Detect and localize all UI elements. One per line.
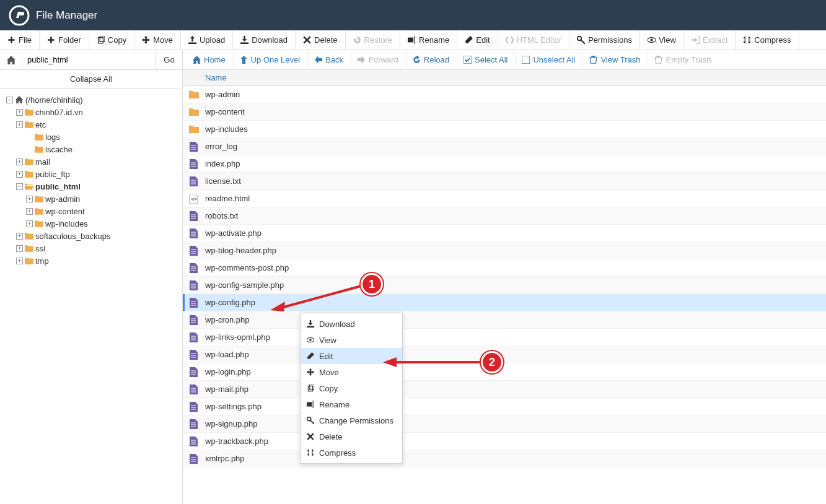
- tree-label: chinh07.id.vn: [35, 108, 83, 117]
- tree-item[interactable]: −public_html: [6, 180, 180, 193]
- tree-toggle[interactable]: +: [16, 171, 23, 178]
- copy-button[interactable]: Copy: [89, 30, 134, 50]
- file-row[interactable]: wp-config.php: [183, 294, 826, 311]
- file-row[interactable]: error_log: [183, 138, 826, 155]
- file-row[interactable]: license.txt: [183, 173, 826, 190]
- file-row[interactable]: wp-signup.php: [183, 415, 826, 433]
- path-input[interactable]: [22, 50, 156, 69]
- ctx-rename[interactable]: Rename: [301, 396, 402, 412]
- ctx-delete[interactable]: Delete: [301, 428, 402, 445]
- view-button[interactable]: View: [640, 30, 684, 50]
- tree-toggle[interactable]: +: [26, 208, 33, 215]
- download-button[interactable]: Download: [233, 30, 296, 50]
- ctx-view[interactable]: View: [301, 332, 402, 348]
- tree-item[interactable]: −(/home/chinhiiq): [6, 93, 180, 106]
- file-row[interactable]: xmlrpc.php: [183, 450, 826, 467]
- file-row[interactable]: wp-settings.php: [183, 398, 826, 415]
- file-row[interactable]: wp-activate.php: [183, 225, 826, 242]
- location-home-button[interactable]: [0, 50, 22, 69]
- upload-button[interactable]: Upload: [181, 30, 233, 50]
- selectall-button[interactable]: Select All: [457, 50, 514, 69]
- tree-item[interactable]: logs: [6, 131, 180, 143]
- home-button[interactable]: Home: [187, 50, 232, 69]
- viewtrash-button[interactable]: View Trash: [582, 50, 646, 69]
- tree-toggle[interactable]: +: [16, 245, 23, 252]
- tree-item[interactable]: +public_ftp: [6, 168, 180, 180]
- htmleditor-button: HTML Editor: [498, 30, 569, 50]
- tree-item[interactable]: lscache: [6, 143, 180, 155]
- ctx-download[interactable]: Download: [301, 316, 402, 332]
- ctx-compress[interactable]: Compress: [301, 445, 402, 461]
- tree-item[interactable]: +wp-admin: [6, 193, 180, 205]
- file-row[interactable]: wp-login.php: [183, 363, 826, 381]
- tree-item[interactable]: +softaculous_backups: [6, 230, 180, 242]
- tree-toggle: [26, 134, 33, 141]
- tree-item[interactable]: +wp-includes: [6, 217, 180, 230]
- file-row[interactable]: wp-cron.php: [183, 311, 826, 329]
- tb-label: Copy: [108, 35, 126, 45]
- file-icon: [189, 142, 199, 152]
- file-row[interactable]: wp-includes: [183, 121, 826, 138]
- name-column-header[interactable]: Name: [205, 73, 227, 82]
- file-name: robots.txt: [205, 211, 238, 220]
- context-menu: DownloadViewEditMoveCopyRenameChange Per…: [300, 313, 403, 464]
- permissions-button[interactable]: Permissions: [569, 30, 640, 50]
- unselectall-button[interactable]: Unselect All: [515, 50, 581, 69]
- file-row[interactable]: index.php: [183, 155, 826, 173]
- tree-toggle[interactable]: −: [16, 183, 23, 190]
- tree-toggle[interactable]: +: [16, 233, 23, 240]
- tree-item[interactable]: +tmp: [6, 254, 180, 267]
- collapse-all-button[interactable]: Collapse All: [0, 70, 182, 89]
- header: File Manager: [0, 0, 826, 30]
- ctx-change-permissions[interactable]: Change Permissions: [301, 412, 402, 428]
- go-button[interactable]: Go: [156, 50, 182, 69]
- content-pane: HomeUp One LevelBackForwardReloadSelect …: [183, 50, 826, 504]
- compress-button[interactable]: Compress: [736, 30, 799, 50]
- up-button[interactable]: Up One Level: [233, 50, 307, 69]
- tree-item[interactable]: +ssl: [6, 242, 180, 254]
- file-row[interactable]: wp-blog-header.php: [183, 242, 826, 259]
- ctx-copy[interactable]: Copy: [301, 380, 402, 396]
- tree-label: wp-content: [45, 207, 85, 216]
- ctx-move[interactable]: Move: [301, 364, 402, 380]
- tree-toggle[interactable]: +: [16, 121, 23, 128]
- file-icon: [189, 298, 199, 308]
- rename-button[interactable]: Rename: [400, 30, 457, 50]
- back-button[interactable]: Back: [307, 50, 349, 69]
- file-row[interactable]: wp-links-opml.php: [183, 329, 826, 346]
- tree-toggle[interactable]: +: [16, 258, 23, 264]
- file-row[interactable]: wp-load.php: [183, 346, 826, 363]
- tb-label: Permissions: [588, 35, 632, 45]
- file-row[interactable]: readme.html: [183, 190, 826, 207]
- file-row[interactable]: wp-content: [183, 103, 826, 121]
- file-row[interactable]: wp-config-sample.php: [183, 277, 826, 294]
- ctx-edit[interactable]: Edit: [301, 348, 402, 364]
- ctx-label: Download: [319, 319, 355, 329]
- file-row[interactable]: wp-mail.php: [183, 381, 826, 398]
- delete-button[interactable]: Delete: [296, 30, 346, 50]
- file-row[interactable]: wp-comments-post.php: [183, 259, 826, 277]
- reload-button[interactable]: Reload: [406, 50, 455, 69]
- forward-button: Forward: [351, 50, 405, 69]
- folder-icon: [189, 107, 199, 117]
- file-icon: [189, 159, 199, 169]
- tree-item[interactable]: +wp-content: [6, 205, 180, 217]
- tree-toggle[interactable]: +: [16, 109, 23, 116]
- tb-label: Extract: [703, 35, 727, 45]
- move-button[interactable]: Move: [134, 30, 181, 50]
- edit-button[interactable]: Edit: [457, 30, 498, 50]
- tree-toggle[interactable]: −: [6, 97, 13, 103]
- folder-button[interactable]: Folder: [40, 30, 89, 50]
- file-name: index.php: [205, 159, 240, 168]
- tree-item[interactable]: +chinh07.id.vn: [6, 106, 180, 118]
- file-row[interactable]: robots.txt: [183, 207, 826, 225]
- tree-toggle[interactable]: +: [26, 220, 33, 227]
- file-name: wp-load.php: [205, 350, 249, 359]
- file-row[interactable]: wp-trackback.php: [183, 433, 826, 450]
- tree-item[interactable]: +mail: [6, 155, 180, 168]
- tree-item[interactable]: +etc: [6, 118, 180, 131]
- file-row[interactable]: wp-admin: [183, 86, 826, 103]
- tree-toggle[interactable]: +: [26, 196, 33, 202]
- tree-toggle[interactable]: +: [16, 159, 23, 165]
- file-button[interactable]: File: [0, 30, 40, 50]
